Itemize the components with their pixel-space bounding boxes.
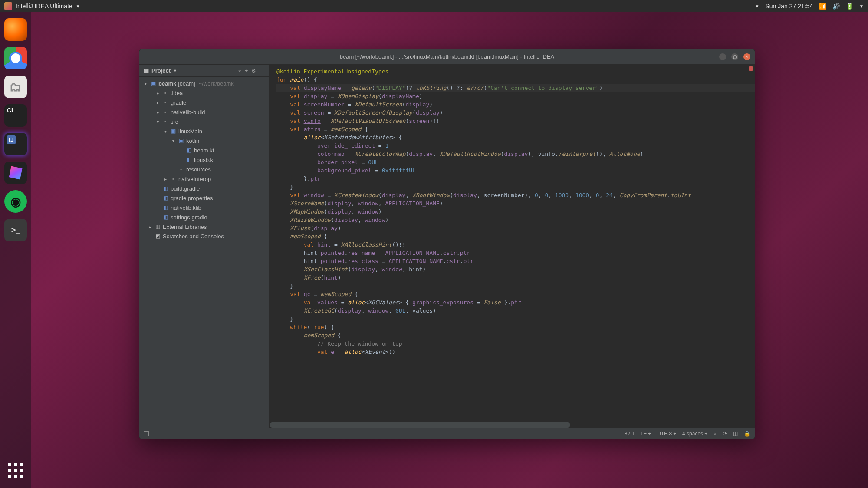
chevron-down-icon[interactable]: ▼ [859,4,864,9]
caret-position[interactable]: 82:1 [625,431,635,437]
code-line[interactable]: memScoped { [276,232,755,241]
code-line[interactable]: }.ptr [276,175,755,183]
line-separator[interactable]: LF ÷ [641,431,651,437]
code-line[interactable]: XRaiseWindow(display, window) [276,216,755,224]
tree-node[interactable]: ◧libusb.kt [139,155,269,165]
dock-spotify-icon[interactable]: ◉ [4,190,27,213]
chevron-icon[interactable]: ▾ [155,119,160,124]
dock-terminal-icon[interactable]: >_ [4,219,27,241]
code-line[interactable]: hint.pointed.res_name = APPLICATION_NAME… [276,249,755,257]
code-line[interactable]: background_pixel = 0xffffffUL [276,166,755,175]
window-titlebar[interactable]: beam [~/work/beamk] - .../src/linuxMain/… [139,49,755,65]
code-line[interactable]: fun main() { [276,76,755,84]
hide-icon[interactable]: — [260,68,265,74]
tree-node[interactable]: ◧build.gradle [139,184,269,193]
sync-icon[interactable]: ⟳ [723,431,727,437]
dock-clion-icon[interactable] [4,104,27,127]
chevron-down-icon[interactable]: ▾ [143,81,148,86]
code-line[interactable]: hint.pointed.res_class = APPLICATION_NAM… [276,257,755,265]
tree-node[interactable]: ▸▥External Libraries [139,222,269,231]
code-line[interactable]: } [276,282,755,290]
code-line[interactable]: XSetClassHint(display, window, hint) [276,265,755,274]
chevron-icon[interactable]: ▾ [163,129,168,134]
code-line[interactable]: } [276,183,755,191]
code-line[interactable]: memScoped { [276,331,755,340]
code-line[interactable]: border_pixel = 0UL [276,158,755,166]
code-line[interactable]: val screen = XDefaultScreenOfDisplay(dis… [276,109,755,117]
tool-window-toggle-icon[interactable] [144,431,149,436]
chevron-down-icon[interactable]: ▼ [173,69,177,73]
app-menu-label[interactable]: IntelliJ IDEA Ultimate [16,3,72,10]
chevron-icon[interactable]: ▸ [163,177,168,181]
show-applications-icon[interactable] [4,459,27,482]
code-line[interactable]: @kotlin.ExperimentalUnsignedTypes [276,67,755,76]
chevron-icon[interactable]: ▸ [155,100,160,105]
tree-node[interactable]: ◧gradle.properties [139,193,269,203]
dock-toolbox-icon[interactable] [4,162,27,184]
locate-icon[interactable]: ⌖ [238,68,241,74]
chevron-icon[interactable]: ▾ [171,138,176,143]
code-line[interactable]: // Keep the window on top [276,340,755,348]
inspections-icon[interactable]: ◫ [733,431,738,437]
tree-node[interactable]: ▾▣linuxMain [139,126,269,136]
code-line[interactable]: val vinfo = XDefaultVisualOfScreen(scree… [276,117,755,125]
tree-node[interactable]: ▾▣kotlin [139,136,269,145]
project-tree[interactable]: ▾ ▣ beamk [beam] ~/work/beamk ▸▪.idea▸▪g… [139,77,269,428]
tree-node[interactable]: ◧settings.gradle [139,212,269,222]
close-button[interactable]: ✕ [743,53,750,60]
tree-node[interactable]: ▸▪gradle [139,98,269,107]
code-line[interactable]: val window = XCreateWindow(display, XRoo… [276,191,755,199]
code-line[interactable]: XCreateGC(display, window, 0UL, values) [276,307,755,315]
dock-intellij-icon[interactable] [4,133,27,155]
code-line[interactable]: val hint = XAllocClassHint()!! [276,241,755,249]
code-line[interactable]: val values = alloc<XGCValues> { graphics… [276,298,755,307]
dock-chrome-icon[interactable] [4,47,27,69]
code-line[interactable]: XFree(hint) [276,274,755,282]
code-line[interactable]: val attrs = memScoped { [276,125,755,133]
chevron-down-icon[interactable]: ▼ [755,4,759,9]
tree-node[interactable]: ▪resources [139,165,269,174]
dock-files-icon[interactable]: 🗂 [4,76,27,98]
tree-node[interactable]: ◧beam.kt [139,145,269,155]
code-line[interactable]: XStoreName(display, window, APPLICATION_… [276,199,755,208]
code-line[interactable]: val screenNumber = XDefaultScreen(displa… [276,100,755,109]
tree-node[interactable]: ◧nativelib.klib [139,203,269,212]
code-line[interactable]: XMapWindow(display, window) [276,208,755,216]
code-line[interactable]: val e = alloc<XEvent>() [276,348,755,356]
error-stripe-icon[interactable] [749,66,753,71]
battery-icon[interactable]: 🔋 [846,3,853,10]
collapse-icon[interactable]: ÷ [245,68,248,74]
tree-node[interactable]: ▾▪src [139,117,269,126]
chevron-icon[interactable]: ▸ [155,91,160,96]
volume-icon[interactable]: 🔊 [832,3,840,10]
wifi-icon[interactable]: 📶 [819,3,826,10]
clock-label[interactable]: Sun Jan 27 21:54 [765,3,813,10]
code-line[interactable]: XFlush(display) [276,224,755,232]
project-panel-header[interactable]: ▦Project ▼ ⌖ ÷ ⚙ — [139,65,269,77]
code-line[interactable]: val display = XOpenDisplay(displayName) [276,92,755,100]
code-editor[interactable]: @kotlin.ExperimentalUnsignedTypesfun mai… [270,65,755,428]
chevron-icon[interactable]: ▸ [155,110,160,115]
tree-root[interactable]: ▾ ▣ beamk [beam] ~/work/beamk [139,79,269,88]
code-line[interactable]: colormap = XCreateColormap(display, XDef… [276,150,755,158]
code-line[interactable]: alloc<XSetWindowAttributes> { [276,133,755,142]
chevron-icon[interactable]: ▸ [147,224,152,229]
code-line[interactable]: } [276,315,755,323]
dock-firefox-icon[interactable] [4,18,27,41]
code-line[interactable]: val displayName = getenv("DISPLAY")?.toK… [276,84,755,92]
git-icon[interactable]: ᚼ [713,431,717,437]
gear-icon[interactable]: ⚙ [251,68,256,74]
maximize-button[interactable]: ▢ [731,53,738,60]
tree-node[interactable]: ▸▪nativeInterop [139,174,269,184]
code-line[interactable]: while(true) { [276,323,755,331]
indent-setting[interactable]: 4 spaces ÷ [682,431,707,437]
code-line[interactable]: val gc = memScoped { [276,290,755,298]
horizontal-scrollbar[interactable] [270,422,570,428]
lock-icon[interactable]: 🔒 [744,431,750,437]
tree-node[interactable]: ▸▪.idea [139,88,269,98]
code-line[interactable]: override_redirect = 1 [276,142,755,150]
minimize-button[interactable]: – [719,53,726,60]
tree-node[interactable]: ▸▪nativelib-build [139,107,269,117]
tree-node[interactable]: ◩Scratches and Consoles [139,231,269,241]
file-encoding[interactable]: UTF-8 ÷ [657,431,676,437]
